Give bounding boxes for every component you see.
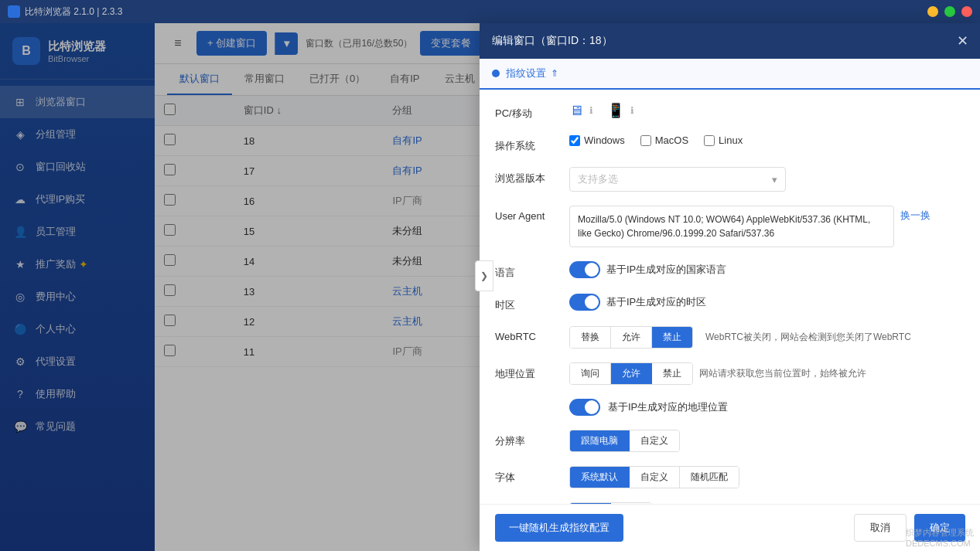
language-toggle-knob: [585, 263, 599, 277]
geo-row: 地理位置 询问 允许 禁止 网站请求获取您当前位置时，始终被允许: [495, 362, 965, 416]
resolution-btn-group: 跟随电脑 自定义: [569, 430, 680, 452]
language-toggle[interactable]: [569, 261, 600, 278]
close-window-button[interactable]: ✕: [961, 6, 972, 17]
font-label: 字体: [495, 466, 557, 485]
resolution-follow-pc-btn[interactable]: 跟随电脑: [570, 430, 630, 451]
windows-label: Windows: [584, 134, 625, 146]
webrtc-replace-btn[interactable]: 替换: [570, 327, 611, 348]
titlebar-controls: — □ ✕: [927, 6, 972, 17]
dialog-footer: 一键随机生成指纹配置 取消 确定: [480, 504, 980, 551]
os-label: 操作系统: [495, 134, 557, 153]
browser-version-placeholder: 支持多选: [578, 172, 618, 186]
titlebar: 比特浏览器 2.1.0 | 2.3.3 — □ ✕: [0, 0, 980, 23]
maximize-button[interactable]: □: [944, 6, 955, 17]
minimize-button[interactable]: —: [927, 6, 938, 17]
generate-fingerprint-button[interactable]: 一键随机生成指纹配置: [495, 514, 623, 542]
font-control: 系统默认 自定义 随机匹配: [569, 466, 965, 488]
font-row: 字体 系统默认 自定义 随机匹配: [495, 466, 965, 488]
geo-ask-btn[interactable]: 询问: [570, 363, 611, 384]
font-system-default-btn[interactable]: 系统默认: [570, 467, 630, 488]
geo-block-btn[interactable]: 禁止: [652, 363, 692, 384]
watermark-line1: 织梦内容管理系统: [906, 527, 974, 539]
pc-mobile-row: PC/移动 🖥 ℹ 📱 ℹ: [495, 102, 965, 121]
mobile-info-icon[interactable]: ℹ: [630, 105, 634, 116]
user-agent-control: 换一换: [569, 206, 965, 247]
resolution-custom-btn[interactable]: 自定义: [630, 430, 679, 451]
macos-option[interactable]: MacOS: [640, 134, 688, 146]
browser-version-select[interactable]: 支持多选 ▾: [569, 167, 786, 192]
timezone-control: 基于IP生成对应的时区: [569, 294, 965, 311]
ua-change-link[interactable]: 换一换: [900, 206, 930, 223]
section-arrow-icon: ⇑: [551, 68, 558, 79]
font-random-match-btn[interactable]: 随机匹配: [680, 467, 739, 488]
linux-checkbox[interactable]: [704, 135, 715, 146]
dialog-collapse-arrow[interactable]: ❯: [475, 260, 493, 291]
resolution-label: 分辨率: [495, 430, 557, 448]
os-control: Windows MacOS Linux: [569, 134, 965, 146]
user-agent-textarea[interactable]: [569, 206, 894, 247]
titlebar-title: 比特浏览器 2.1.0 | 2.3.3: [25, 5, 927, 19]
timezone-toggle[interactable]: [569, 294, 600, 311]
cancel-button[interactable]: 取消: [854, 514, 907, 542]
mobile-icon[interactable]: 📱: [607, 102, 624, 119]
language-control: 基于IP生成对应的国家语言: [569, 261, 965, 278]
user-agent-row: User Agent 换一换: [495, 206, 965, 247]
os-row: 操作系统 Windows MacOS Linux: [495, 134, 965, 153]
timezone-label: 时区: [495, 294, 557, 312]
form-section: PC/移动 🖥 ℹ 📱 ℹ 操作系统 Windows: [480, 90, 980, 504]
pc-mobile-control: 🖥 ℹ 📱 ℹ: [569, 102, 965, 119]
pc-mobile-label: PC/移动: [495, 102, 557, 121]
pc-icon[interactable]: 🖥: [569, 103, 583, 119]
section-dot: [492, 70, 500, 77]
geo-toggle-hint: 基于IP生成对应的地理位置: [608, 400, 728, 414]
dialog-content: 指纹设置 ⇑ PC/移动 🖥 ℹ 📱 ℹ 操作系统: [480, 59, 980, 504]
linux-label: Linux: [719, 134, 743, 146]
app-icon: [8, 5, 20, 18]
resolution-row: 分辨率 跟随电脑 自定义: [495, 430, 965, 452]
webrtc-label: WebRTC: [495, 326, 557, 342]
browser-version-control: 支持多选 ▾: [569, 167, 965, 192]
windows-option[interactable]: Windows: [569, 134, 625, 146]
edit-window-dialog: 编辑窗口（窗口ID：18） ✕ 指纹设置 ⇑ PC/移动 🖥 ℹ 📱 ℹ: [480, 23, 980, 551]
webrtc-control: 替换 允许 禁止 WebRTC被关闭，网站会检测到您关闭了WebRTC: [569, 326, 965, 349]
timezone-hint: 基于IP生成对应的时区: [606, 295, 706, 309]
watermark-line2: DEDECMS.COM: [906, 539, 974, 548]
geo-toggle[interactable]: [569, 399, 600, 416]
resolution-control: 跟随电脑 自定义: [569, 430, 965, 452]
browser-version-row: 浏览器版本 支持多选 ▾: [495, 167, 965, 192]
webrtc-allow-btn[interactable]: 允许: [611, 327, 652, 348]
user-agent-label: User Agent: [495, 206, 557, 222]
geo-toggle-knob: [585, 400, 599, 414]
dialog-close-button[interactable]: ✕: [957, 32, 968, 49]
dropdown-arrow-icon: ▾: [772, 174, 777, 185]
fingerprint-section-tab[interactable]: 指纹设置 ⇑: [480, 59, 980, 90]
windows-checkbox[interactable]: [569, 135, 580, 146]
geo-allow-btn[interactable]: 允许: [611, 363, 652, 384]
webrtc-row: WebRTC 替换 允许 禁止 WebRTC被关闭，网站会检测到您关闭了WebR…: [495, 326, 965, 349]
linux-option[interactable]: Linux: [704, 134, 743, 146]
language-hint: 基于IP生成对应的国家语言: [606, 263, 726, 277]
geo-hint: 网站请求获取您当前位置时，始终被允许: [699, 367, 866, 380]
webrtc-hint: WebRTC被关闭，网站会检测到您关闭了WebRTC: [705, 331, 911, 344]
pc-info-icon[interactable]: ℹ: [589, 105, 593, 116]
dialog-header: 编辑窗口（窗口ID：18） ✕: [480, 23, 980, 59]
webrtc-btn-group: 替换 允许 禁止: [569, 326, 693, 349]
language-row: 语言 基于IP生成对应的国家语言: [495, 261, 965, 280]
dialog-title: 编辑窗口（窗口ID：18）: [492, 34, 613, 48]
timezone-row: 时区 基于IP生成对应的时区: [495, 294, 965, 312]
geo-btn-group: 询问 允许 禁止: [569, 362, 693, 385]
timezone-toggle-knob: [585, 295, 599, 309]
webrtc-block-btn[interactable]: 禁止: [652, 327, 692, 348]
geo-label: 地理位置: [495, 362, 557, 381]
macos-label: MacOS: [655, 134, 688, 146]
geo-control: 询问 允许 禁止 网站请求获取您当前位置时，始终被允许 基于IP生成对应的地理位…: [569, 362, 965, 416]
section-label: 指纹设置: [506, 66, 546, 80]
macos-checkbox[interactable]: [640, 135, 651, 146]
font-custom-btn[interactable]: 自定义: [630, 467, 680, 488]
language-label: 语言: [495, 261, 557, 280]
font-btn-group: 系统默认 自定义 随机匹配: [569, 466, 739, 488]
browser-version-label: 浏览器版本: [495, 167, 557, 185]
watermark: 织梦内容管理系统 DEDECMS.COM: [906, 527, 974, 548]
